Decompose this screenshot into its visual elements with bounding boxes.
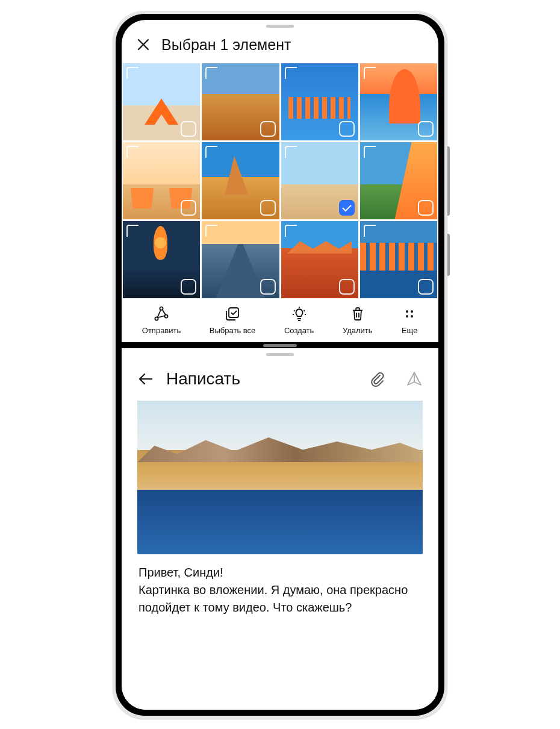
select-checkbox[interactable] [339,200,355,216]
more-icon [401,305,418,322]
photo-grid [122,63,438,299]
action-label: Удалить [343,326,373,335]
attach-icon[interactable] [369,371,385,387]
expand-icon [205,67,217,79]
svg-rect-3 [229,308,238,318]
expand-icon [285,146,297,158]
photo-thumb[interactable] [123,142,200,219]
back-icon[interactable] [137,371,154,387]
select-checkbox[interactable] [260,279,276,295]
expand-icon [126,146,138,158]
gallery-title: Выбран 1 элемент [161,36,291,54]
select-checkbox[interactable] [181,279,196,295]
attached-image[interactable] [137,401,423,554]
svg-point-7 [411,315,413,318]
phone-frame: Выбран 1 элемент О [113,11,447,719]
expand-icon [285,225,297,237]
delete-button[interactable]: Удалить [343,305,373,335]
expand-icon [205,146,217,158]
photo-thumb[interactable] [123,221,200,298]
photo-thumb[interactable] [360,142,437,219]
svg-point-1 [164,315,167,318]
select-all-icon [224,305,241,322]
select-checkbox[interactable] [339,279,355,295]
drag-handle-bottom[interactable] [266,353,294,356]
select-checkbox[interactable] [418,279,434,295]
compose-panel: Написать Привет, Синди! Картинка во влож… [122,348,438,709]
expand-icon [126,225,138,237]
select-checkbox[interactable] [260,200,276,216]
close-icon[interactable] [136,37,151,52]
compose-top-bar: Написать [122,358,438,396]
svg-point-0 [155,318,158,321]
photo-thumb[interactable] [360,63,437,140]
svg-point-4 [406,310,408,313]
photo-thumb[interactable] [281,63,358,140]
screen: Выбран 1 элемент О [122,20,438,710]
expand-icon [205,225,217,237]
photo-thumb[interactable] [202,221,279,298]
compose-body[interactable]: Привет, Синди! Картинка во вложении. Я д… [122,564,438,630]
select-checkbox[interactable] [260,121,276,137]
gallery-action-bar: Отправить Выбрать все Создать Удалить Ещ… [122,298,438,340]
gallery-top-bar: Выбран 1 элемент [122,30,438,63]
expand-icon [364,146,376,158]
compose-greeting: Привет, Синди! [138,564,422,581]
create-button[interactable]: Создать [284,305,314,335]
drag-handle-top[interactable] [266,25,294,28]
select-checkbox[interactable] [181,200,196,216]
select-all-button[interactable]: Выбрать все [210,305,255,335]
select-checkbox[interactable] [418,200,434,216]
expand-icon [285,67,297,79]
volume-button[interactable] [447,146,450,216]
expand-icon [364,67,376,79]
photo-thumb[interactable] [360,221,437,298]
select-checkbox[interactable] [418,121,434,137]
photo-thumb[interactable] [281,221,358,298]
lightbulb-icon [291,305,308,322]
more-button[interactable]: Еще [401,305,418,335]
select-checkbox[interactable] [339,121,355,137]
power-button[interactable] [447,234,450,276]
action-label: Еще [402,326,417,335]
split-divider[interactable] [122,342,438,348]
expand-icon [364,225,376,237]
share-icon [153,305,170,322]
expand-icon [126,67,138,79]
svg-point-6 [406,315,408,318]
trash-icon [349,305,366,322]
photo-thumb[interactable] [202,142,279,219]
send-icon[interactable] [406,371,423,387]
action-label: Создать [284,326,314,335]
action-label: Выбрать все [210,326,255,335]
photo-thumb[interactable] [123,63,200,140]
action-label: Отправить [142,326,181,335]
photo-thumb[interactable] [281,142,358,219]
compose-title: Написать [166,369,356,389]
svg-point-5 [411,310,413,313]
select-checkbox[interactable] [181,121,196,137]
compose-message: Картинка во вложении. Я думаю, она прекр… [138,581,422,616]
photo-thumb[interactable] [202,63,279,140]
send-button[interactable]: Отправить [142,305,181,335]
